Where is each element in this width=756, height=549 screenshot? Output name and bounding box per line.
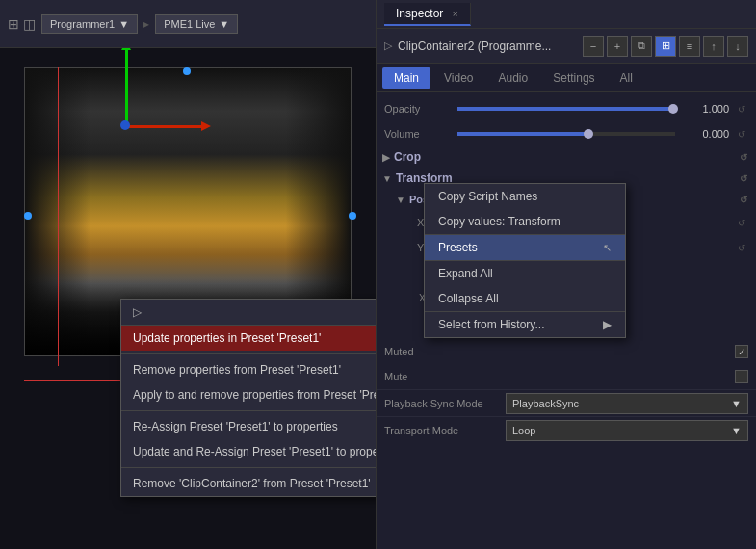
y-reset[interactable]: ↺ [735,241,748,254]
tab-audio[interactable]: Audio [487,67,540,89]
crop-reset[interactable]: ↺ [737,150,750,164]
mute-label2: Mute [384,371,729,382]
btn-up[interactable]: ↑ [703,36,724,57]
tab-all[interactable]: All [609,67,644,89]
control-point-left[interactable] [24,212,32,220]
mute-row: Mute [377,364,756,389]
btn-copy[interactable]: ⧉ [631,36,652,57]
tab-settings[interactable]: Settings [541,67,606,89]
opacity-value: 1.000 [681,103,729,115]
tab-video[interactable]: Video [432,67,484,89]
overlay-copy-values[interactable]: Copy values: Transform [425,209,625,234]
overlay-presets[interactable]: Presets ↖ [425,235,625,260]
context-menu-item-remove[interactable]: Remove properties from Preset 'Preset1' [121,357,376,382]
chevron-down-icon2: ▼ [219,18,229,30]
transport-mode-row: Transport Mode Loop ▼ [377,416,756,443]
sub-tabs: Main Video Audio Settings All [377,64,756,92]
position-reset[interactable]: ↺ [737,193,750,206]
grid-icon: ⊞ [8,16,19,32]
inspector-panel: Inspector × ▷ ClipContainer2 (Programme.… [376,0,756,549]
history-submenu-arrow: ▶ [603,318,612,331]
pme-dropdown[interactable]: PME1 Live ▼ [155,14,238,34]
gizmo-up-arrow [125,48,128,125]
tab-inspector-label: Inspector [396,7,443,20]
btn-plus[interactable]: + [607,36,628,57]
playback-sync-label: Playback Sync Mode [384,398,500,409]
opacity-thumb [668,104,678,114]
opacity-row: Opacity 1.000 ↺ [377,96,756,121]
overlay-copy-names[interactable]: Copy Script Names [425,184,625,209]
volume-value: 0.000 [681,128,729,140]
transform-arrow-icon: ▼ [382,173,392,184]
context-menu-item-update-reassign[interactable]: Update and Re-Assign Preset 'Preset1' to… [121,439,376,464]
transform-reset[interactable]: ↺ [737,171,750,185]
crop-label: Crop [394,150,421,164]
canvas-area: ▷ Update properties in Preset 'Preset1' … [0,48,376,549]
transport-dropdown[interactable]: Loop ▼ [506,420,748,441]
left-panel: ⊞ ◫ Programmer1 ▼ ▸ PME1 Live ▼ [0,0,376,549]
tab-close-icon[interactable]: × [453,9,458,19]
mute-checkbox[interactable] [735,370,748,383]
opacity-slider[interactable] [457,107,675,111]
left-header-icons: ⊞ ◫ [8,16,36,32]
control-point-top[interactable] [183,67,191,75]
muted-row: Muted [377,339,756,364]
control-point-right[interactable] [349,212,356,220]
x-reset[interactable]: ↺ [735,216,748,229]
volume-slider[interactable] [457,132,675,136]
context-menu-item-apply-remove[interactable]: Apply to and remove properties from Pres… [121,382,376,407]
context-menu-sep1 [121,353,376,354]
context-menu-title: ▷ [121,300,376,326]
volume-row: Volume 0.000 ↺ [377,121,756,146]
gizmo-right-arrow [125,125,202,128]
overlay-history[interactable]: Select from History... ▶ [425,312,625,337]
clip-name-label: ClipContainer2 (Programme... [398,39,577,53]
pme-label: PME1 Live [164,18,215,30]
context-menu: ▷ Update properties in Preset 'Preset1' … [120,299,376,497]
programmer-label: Programmer1 [50,18,115,30]
volume-thumb [584,129,593,139]
layout-icon: ◫ [23,16,36,32]
crop-arrow-icon: ▶ [382,152,390,163]
context-menu-item-remove-from[interactable]: Remove 'ClipContainer2' from Preset 'Pre… [121,471,376,496]
clip-play-icon: ▷ [384,39,392,52]
opacity-reset[interactable]: ↺ [735,102,748,116]
programmer-dropdown[interactable]: Programmer1 ▼ [41,14,138,34]
inspector-clip-header: ▷ ClipContainer2 (Programme... − + ⧉ ⊞ ≡… [377,29,756,64]
separator-arrow: ▸ [143,17,149,31]
btn-down[interactable]: ↓ [727,36,748,57]
inspector-tabbar: Inspector × [377,0,756,29]
volume-reset[interactable]: ↺ [735,127,748,141]
context-menu-item-update[interactable]: Update properties in Preset 'Preset1' [121,326,376,351]
btn-minus[interactable]: − [583,36,604,57]
context-menu-sep2 [121,410,376,411]
context-menu-sep3 [121,467,376,468]
playback-dropdown-arrow: ▼ [731,398,742,409]
tab-inspector[interactable]: Inspector × [384,3,471,26]
gizmo-center [120,120,130,130]
presets-cursor: ↖ [603,242,612,254]
btn-grid[interactable]: ⊞ [655,36,676,57]
context-menu-item-reassign[interactable]: Re-Assign Preset 'Preset1' to properties [121,414,376,439]
red-boundary-v [58,67,59,366]
muted-checkbox[interactable] [735,345,748,358]
left-header: ⊞ ◫ Programmer1 ▼ ▸ PME1 Live ▼ [0,0,376,48]
position-arrow-icon: ▼ [396,195,405,205]
chevron-down-icon: ▼ [118,18,129,30]
volume-label: Volume [384,128,452,140]
muted-label: Muted [384,346,729,357]
transform-context-menu: Copy Script Names Copy values: Transform… [424,183,626,338]
opacity-fill [457,107,673,111]
transport-label: Transport Mode [384,425,500,436]
transport-dropdown-arrow: ▼ [731,425,742,436]
header-buttons: − + ⧉ ⊞ ≡ ↑ ↓ [583,36,748,57]
volume-fill [457,132,588,136]
btn-list[interactable]: ≡ [679,36,700,57]
tab-main[interactable]: Main [382,67,430,89]
playback-sync-dropdown[interactable]: PlaybackSync ▼ [506,393,748,414]
playback-sync-row: Playback Sync Mode PlaybackSync ▼ [377,389,756,416]
overlay-expand[interactable]: Expand All [425,261,625,286]
overlay-collapse[interactable]: Collapse All [425,286,625,311]
crop-section[interactable]: ▶ Crop ↺ [377,146,756,168]
opacity-label: Opacity [384,103,452,115]
